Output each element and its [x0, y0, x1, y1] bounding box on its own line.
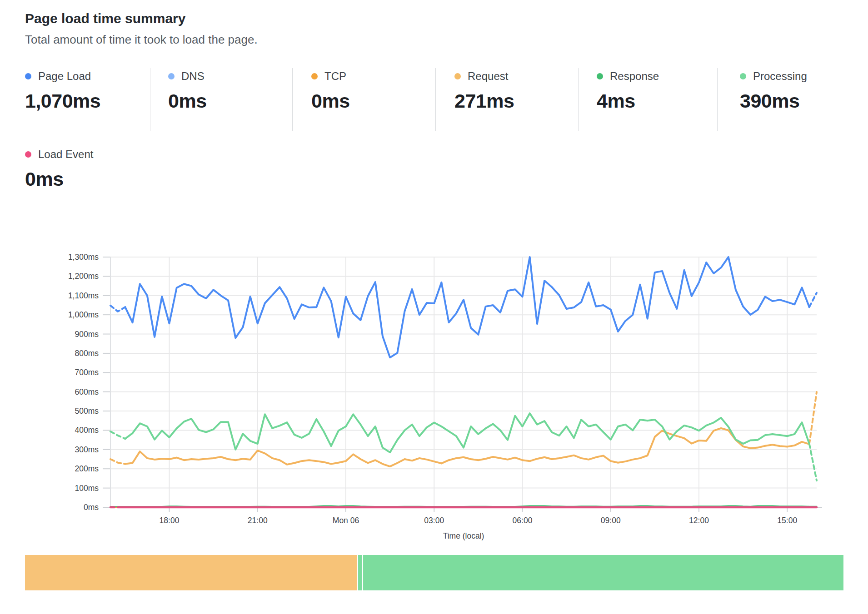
y-tick-label: 900ms: [75, 330, 99, 339]
bar-segment-request-share: [25, 555, 357, 590]
x-tick-label: 03:00: [424, 516, 444, 525]
x-tick-label: 18:00: [160, 516, 180, 525]
duration-breakdown-bar[interactable]: [25, 555, 843, 590]
y-tick-label: 1,000ms: [68, 310, 99, 319]
series-request-line: [110, 459, 125, 464]
y-tick-label: 1,300ms: [68, 253, 99, 262]
y-tick-label: 400ms: [75, 426, 99, 435]
y-tick-label: 300ms: [75, 445, 99, 454]
page-load-time-summary-panel: Page load time summary Total amount of t…: [0, 0, 868, 614]
series-request-line: [809, 392, 817, 444]
y-tick-label: 700ms: [75, 368, 99, 377]
x-tick-label: 06:00: [513, 516, 533, 525]
series-page-load-line: [110, 306, 125, 312]
y-tick-label: 600ms: [75, 387, 99, 396]
y-tick-label: 100ms: [75, 484, 99, 493]
x-tick-label: 21:00: [248, 516, 268, 525]
bar-segment-processing-share-sliver: [358, 555, 362, 590]
series-processing-line: [125, 413, 809, 452]
bar-segment-processing-share: [363, 555, 843, 590]
x-axis-caption: Time (local): [443, 531, 484, 540]
y-tick-label: 0ms: [84, 503, 99, 512]
y-tick-label: 1,200ms: [68, 272, 99, 281]
timeseries-chart[interactable]: 0ms100ms200ms300ms400ms500ms600ms700ms80…: [0, 0, 868, 614]
y-tick-label: 800ms: [75, 349, 99, 358]
series-page-load-line: [125, 257, 809, 357]
y-tick-label: 500ms: [75, 406, 99, 416]
chart-svg: 0ms100ms200ms300ms400ms500ms600ms700ms80…: [0, 0, 868, 614]
series-request-line: [125, 428, 809, 466]
series-processing-line: [110, 431, 125, 439]
y-tick-label: 200ms: [75, 464, 99, 473]
x-tick-label: Mon 06: [333, 516, 359, 525]
x-tick-label: 15:00: [777, 516, 797, 525]
y-tick-label: 1,100ms: [68, 291, 99, 300]
x-tick-label: 12:00: [689, 516, 709, 525]
x-tick-label: 09:00: [601, 516, 621, 525]
series-page-load-line: [809, 293, 817, 307]
